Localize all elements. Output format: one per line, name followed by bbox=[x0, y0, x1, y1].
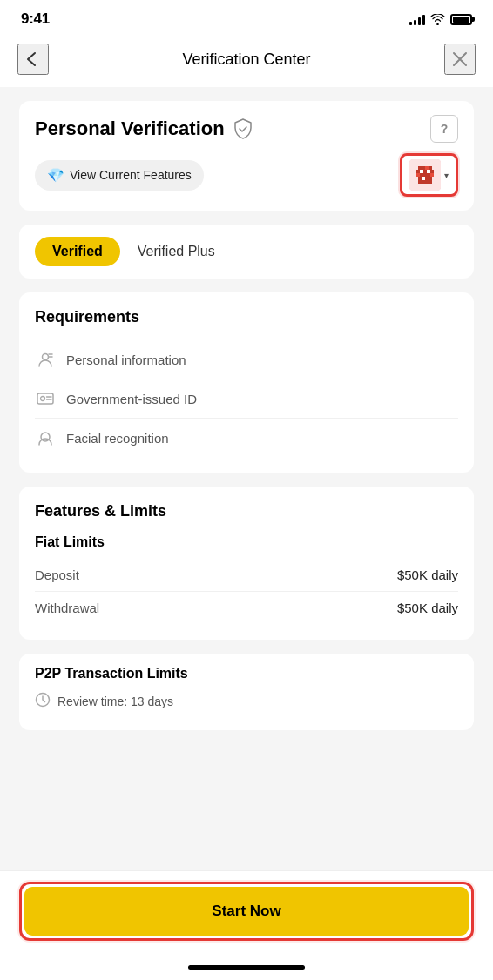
verification-title: Personal Verification bbox=[35, 117, 225, 140]
signal-icon bbox=[409, 14, 425, 25]
home-bar bbox=[188, 965, 305, 970]
tab-verified-plus[interactable]: Verified Plus bbox=[120, 237, 233, 266]
help-label: ? bbox=[441, 122, 449, 136]
home-indicator bbox=[0, 957, 493, 975]
back-arrow-icon bbox=[24, 51, 42, 67]
svg-rect-16 bbox=[422, 177, 425, 180]
svg-rect-3 bbox=[425, 166, 429, 170]
requirement-facial-recognition: Facial recognition bbox=[35, 419, 458, 457]
deposit-row: Deposit $50K daily bbox=[35, 559, 458, 592]
svg-rect-9 bbox=[430, 170, 434, 173]
battery-icon bbox=[450, 14, 472, 25]
requirement-government-id: Government-issued ID bbox=[35, 379, 458, 419]
fiat-limits-title: Fiat Limits bbox=[35, 534, 458, 550]
close-button[interactable] bbox=[444, 44, 476, 75]
svg-rect-4 bbox=[429, 166, 432, 170]
view-features-button[interactable]: 💎 View Current Features bbox=[35, 160, 204, 191]
start-now-button[interactable]: Start Now bbox=[24, 887, 469, 936]
page-header-card: Personal Verification ? 💎 View Current F… bbox=[19, 101, 474, 211]
p2p-section-card: P2P Transaction Limits Review time: 13 d… bbox=[19, 654, 474, 730]
main-content: Personal Verification ? 💎 View Current F… bbox=[0, 87, 493, 870]
svg-rect-14 bbox=[430, 173, 434, 177]
svg-rect-1 bbox=[418, 166, 422, 170]
withdrawal-row: Withdrawal $50K daily bbox=[35, 592, 458, 624]
svg-rect-13 bbox=[427, 173, 430, 177]
svg-rect-19 bbox=[418, 180, 432, 184]
back-button[interactable] bbox=[17, 44, 49, 75]
close-icon bbox=[452, 51, 468, 67]
deposit-value: $50K daily bbox=[397, 567, 458, 582]
start-now-container: Start Now bbox=[0, 870, 493, 957]
avatar-dropdown[interactable]: ▾ bbox=[400, 153, 458, 197]
requirements-title: Requirements bbox=[35, 308, 458, 326]
personal-info-label: Personal information bbox=[66, 352, 186, 367]
svg-rect-17 bbox=[425, 177, 429, 180]
svg-rect-5 bbox=[416, 170, 420, 173]
svg-rect-2 bbox=[422, 166, 425, 170]
deposit-label: Deposit bbox=[35, 567, 79, 582]
dropdown-caret-icon: ▾ bbox=[444, 171, 449, 180]
start-now-highlight: Start Now bbox=[19, 882, 474, 941]
facial-recognition-label: Facial recognition bbox=[66, 431, 169, 446]
tabs-row: Verified Verified Plus bbox=[35, 237, 458, 266]
status-time: 9:41 bbox=[21, 10, 50, 28]
tabs-container: Verified Verified Plus bbox=[19, 225, 474, 279]
svg-rect-10 bbox=[416, 173, 420, 177]
requirement-personal-info: Personal information bbox=[35, 340, 458, 379]
wifi-icon bbox=[430, 14, 445, 25]
nav-header: Verification Center bbox=[0, 35, 493, 87]
avatar-image bbox=[409, 159, 441, 191]
svg-rect-15 bbox=[418, 177, 422, 180]
status-icons bbox=[409, 14, 472, 25]
svg-rect-6 bbox=[420, 170, 423, 173]
svg-rect-11 bbox=[420, 173, 423, 177]
withdrawal-label: Withdrawal bbox=[35, 601, 99, 615]
personal-info-icon bbox=[35, 349, 56, 370]
status-bar: 9:41 bbox=[0, 0, 493, 35]
review-time-row: Review time: 13 days bbox=[35, 685, 458, 718]
government-id-icon bbox=[35, 388, 56, 409]
features-limits-title: Features & Limits bbox=[35, 502, 458, 520]
government-id-label: Government-issued ID bbox=[66, 392, 197, 406]
svg-rect-18 bbox=[429, 177, 432, 180]
svg-point-20 bbox=[43, 354, 49, 360]
requirements-card: Requirements Personal information bbox=[19, 292, 474, 473]
view-features-label: View Current Features bbox=[70, 168, 192, 182]
features-row: 💎 View Current Features bbox=[35, 153, 458, 197]
gem-icon: 💎 bbox=[47, 167, 64, 184]
clock-icon bbox=[35, 692, 51, 711]
p2p-title: P2P Transaction Limits bbox=[35, 666, 458, 681]
withdrawal-value: $50K daily bbox=[397, 601, 458, 615]
help-button[interactable]: ? bbox=[430, 115, 458, 143]
page-title: Verification Center bbox=[182, 50, 310, 69]
svg-point-24 bbox=[41, 397, 45, 401]
tab-verified[interactable]: Verified bbox=[35, 237, 120, 266]
features-limits-card: Features & Limits Fiat Limits Deposit $5… bbox=[19, 487, 474, 640]
facial-recognition-icon bbox=[35, 427, 56, 448]
svg-rect-12 bbox=[423, 173, 427, 177]
svg-rect-7 bbox=[423, 170, 427, 173]
svg-rect-8 bbox=[427, 170, 430, 173]
avatar bbox=[409, 159, 441, 191]
review-time-label: Review time: 13 days bbox=[57, 695, 173, 708]
page-title-left: Personal Verification bbox=[35, 117, 254, 140]
page-title-row: Personal Verification ? bbox=[35, 115, 458, 143]
shield-icon bbox=[232, 117, 254, 140]
